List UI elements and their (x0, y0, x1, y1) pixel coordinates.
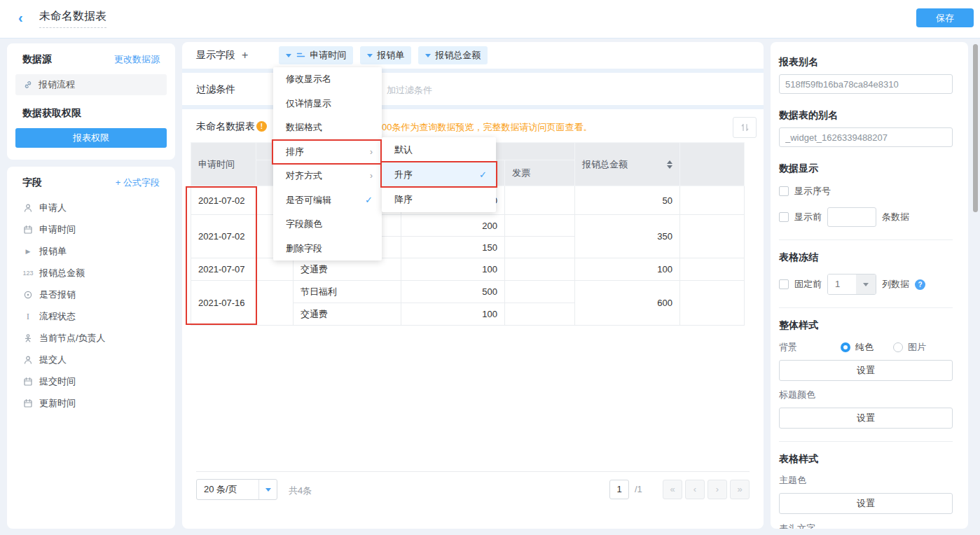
field-item-label: 是否报销 (39, 289, 76, 301)
title-color-label: 标题颜色 (779, 389, 953, 401)
check-icon: ✓ (365, 195, 373, 205)
menu-item-sort[interactable]: 排序› (273, 140, 382, 165)
table-row[interactable]: 2021-07-16 节日福利 500 600 (191, 281, 745, 303)
last-page-button[interactable]: » (730, 480, 750, 499)
cell-total: 50 (575, 186, 680, 215)
chevron-down-icon (258, 480, 277, 499)
cell-total: 100 (575, 258, 680, 281)
menu-item-editable[interactable]: 是否可编辑✓ (273, 188, 382, 213)
sort-order-toggle-button[interactable] (733, 117, 757, 138)
total-header-label: 报销总金额 (582, 158, 628, 171)
prev-page-button[interactable]: ‹ (685, 480, 705, 499)
field-item-label: 报销总金额 (39, 267, 85, 279)
help-icon[interactable]: ? (915, 279, 925, 290)
cell-blank (256, 281, 294, 326)
cell-date: 2021-07-07 (191, 258, 256, 281)
submenu-item-descending[interactable]: 降序 (382, 187, 496, 212)
chevron-right-icon: › (370, 147, 373, 157)
table-alias-input[interactable] (779, 127, 953, 147)
field-item-expense-form[interactable]: ▶ 报销单 (15, 240, 167, 262)
theme-color-label: 主题色 (779, 474, 953, 487)
chip-label: 报销单 (377, 49, 404, 62)
fix-column-count-select[interactable]: 1 (827, 274, 876, 295)
page-number-input[interactable]: 1 (609, 480, 629, 499)
field-item-update-time[interactable]: 更新时间 (15, 392, 167, 414)
cell-total: 350 (575, 215, 680, 258)
field-chips: 申请时间 报销单 报销总金额 (279, 46, 488, 64)
number-icon: 123 (22, 270, 34, 277)
field-item-applicant[interactable]: 申请人 (15, 197, 167, 218)
field-item-total-amount[interactable]: 123 报销总金额 (15, 262, 167, 284)
image-radio[interactable] (893, 342, 903, 352)
report-builder-app: ‹ 未命名数据表 保存 数据源 更改数据源 报销流程 数据获取权限 报表权限 字… (0, 0, 980, 535)
page-title[interactable]: 未命名数据表 (39, 9, 106, 28)
menu-item-label: 是否可编辑 (286, 194, 331, 207)
cell-amount: 150 (401, 237, 505, 258)
cell-expense-type: 节日福利 (294, 281, 401, 303)
report-alias-input[interactable] (779, 74, 953, 94)
show-first-checkbox[interactable] (779, 212, 789, 222)
column-header-date[interactable]: 申请时间 (191, 143, 256, 186)
chip-apply-time[interactable]: 申请时间 (279, 46, 353, 64)
rows-suffix-label: 条数据 (882, 211, 909, 223)
cell-invoice (505, 186, 575, 215)
background-set-button[interactable]: 设置 (779, 360, 953, 381)
cell-total: 600 (575, 281, 680, 326)
fix-columns-checkbox[interactable] (779, 279, 789, 289)
add-filter-placeholder[interactable]: 加过滤条件 (387, 84, 432, 97)
add-display-field-button[interactable]: + (242, 49, 248, 62)
table-row[interactable]: 2021-07-07 交通费 100 100 (191, 258, 745, 281)
menu-item-field-color[interactable]: 字段颜色 (273, 212, 382, 237)
theme-color-set-button[interactable]: 设置 (779, 493, 953, 514)
field-item-flow-status[interactable]: I 流程状态 (15, 305, 167, 327)
solid-color-radio[interactable] (841, 342, 850, 352)
menu-item-align[interactable]: 对齐方式› (273, 164, 382, 188)
column-header-total[interactable]: 报销总金额 (575, 143, 680, 186)
node-user-icon (22, 333, 34, 343)
show-index-checkbox[interactable] (779, 186, 789, 196)
menu-item-detail-only[interactable]: 仅详情显示 (273, 92, 382, 116)
column-header-invoice[interactable]: 发票 (505, 160, 575, 186)
field-item-submitter[interactable]: 提交人 (15, 349, 167, 370)
title-color-set-button[interactable]: 设置 (779, 408, 953, 429)
next-page-button[interactable]: › (708, 480, 727, 499)
change-datasource-link[interactable]: 更改数据源 (114, 53, 160, 66)
row-count-input[interactable] (827, 207, 876, 227)
table-alias-label: 数据表的别名 (779, 109, 953, 122)
page-size-select[interactable]: 20 条/页 (196, 479, 277, 500)
cell-amount: 100 (401, 303, 505, 326)
submenu-item-default[interactable]: 默认 (382, 137, 496, 162)
cell-date: 2021-07-16 (191, 281, 256, 326)
radio-icon (22, 290, 34, 300)
scrollbar-thumb[interactable] (973, 44, 978, 212)
field-item-submit-time[interactable]: 提交时间 (15, 370, 167, 392)
add-formula-field-link[interactable]: + 公式字段 (116, 176, 160, 189)
freeze-title: 表格冻结 (779, 251, 953, 264)
cell-blank (680, 186, 745, 215)
menu-item-data-format[interactable]: 数据格式 (273, 116, 382, 140)
submenu-item-label: 降序 (394, 193, 413, 206)
divider (779, 307, 953, 308)
save-button[interactable]: 保存 (916, 8, 974, 27)
submenu-item-label: 默认 (394, 144, 413, 156)
first-page-button[interactable]: « (663, 480, 682, 499)
text-cursor-icon: I (22, 311, 34, 322)
chevron-right-icon: › (370, 171, 373, 181)
field-item-reimbursed[interactable]: 是否报销 (15, 284, 167, 305)
field-item-apply-time[interactable]: 申请时间 (15, 218, 167, 240)
submenu-item-label: 升序 (394, 169, 413, 181)
menu-item-delete-field[interactable]: 删除字段 (273, 237, 382, 261)
back-icon[interactable]: ‹ (18, 10, 23, 26)
submenu-item-ascending[interactable]: 升序✓ (382, 162, 496, 188)
divider (779, 441, 953, 442)
chip-total-amount[interactable]: 报销总金额 (418, 46, 488, 64)
chip-expense-form[interactable]: 报销单 (360, 46, 411, 64)
header-text-label: 表头文字 (779, 522, 953, 529)
datasource-name: 报销流程 (39, 78, 75, 91)
datasource-item[interactable]: 报销流程 (15, 74, 167, 95)
field-item-current-node[interactable]: 当前节点/负责人 (15, 327, 167, 349)
sort-updown-icon[interactable] (667, 160, 672, 169)
report-permission-button[interactable]: 报表权限 (15, 128, 167, 148)
menu-item-label: 排序 (286, 146, 304, 158)
menu-item-rename[interactable]: 修改显示名 (273, 67, 382, 92)
